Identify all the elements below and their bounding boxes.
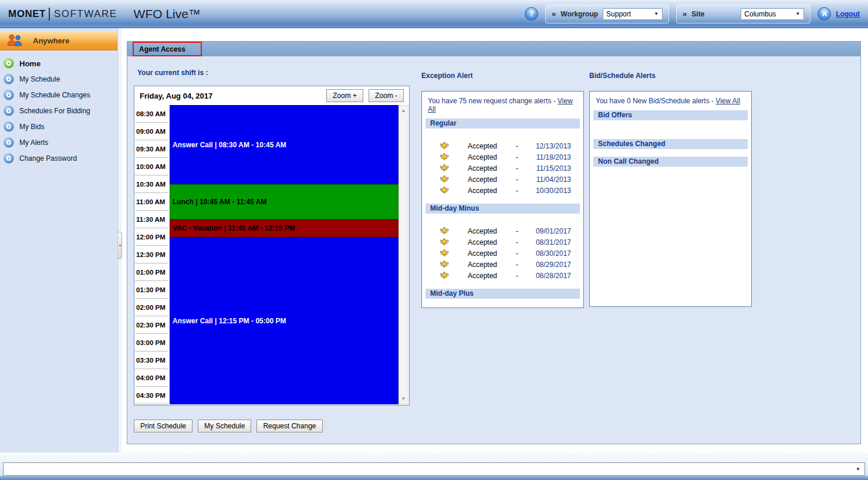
events-column: Answer Call | 08:30 AM - 10:45 AMLunch |… bbox=[170, 105, 398, 404]
time-label: 08:30 AM bbox=[135, 105, 168, 123]
sidebar-item-home[interactable]: Home bbox=[0, 56, 117, 72]
sidebar-item-label: My Schedule bbox=[19, 75, 60, 83]
sidebar-header: Anywhere bbox=[0, 31, 117, 50]
footer-dropdown[interactable]: ▼ bbox=[3, 462, 865, 476]
schedule-date: Friday, Aug 04, 2017 bbox=[140, 92, 212, 100]
alert-row: Accepted-08/29/2017 bbox=[422, 259, 583, 270]
content-row: Friday, Aug 04, 2017 Zoom + Zoom - 08:30… bbox=[134, 86, 860, 432]
alert-date: 11/18/2013 bbox=[533, 153, 583, 161]
alert-row: Accepted-12/13/2013 bbox=[422, 140, 583, 151]
alert-status: Accepted bbox=[468, 164, 516, 173]
time-label: 11:30 AM bbox=[135, 211, 168, 228]
alert-status: Accepted bbox=[468, 272, 516, 280]
alert-status: Accepted bbox=[468, 175, 516, 184]
page-title: Agent Access bbox=[139, 45, 185, 53]
alert-status: Accepted bbox=[468, 153, 516, 161]
gear-icon bbox=[4, 137, 14, 148]
alert-date: 11/04/2013 bbox=[533, 175, 583, 184]
sidebar-item-my-schedule-changes[interactable]: My Schedule Changes bbox=[0, 87, 117, 103]
help-icon[interactable]: ? bbox=[525, 7, 538, 21]
time-label: 02:30 PM bbox=[135, 316, 168, 334]
time-label: 01:00 PM bbox=[135, 263, 168, 281]
title-red-highlight: Agent Access bbox=[133, 42, 202, 56]
panel-body: Your current shift is : Exception Alert … bbox=[127, 69, 860, 432]
sidebar-collapse-handle[interactable]: ◄ bbox=[118, 232, 122, 259]
bid-section-header: Bid Offers bbox=[593, 110, 748, 120]
time-label: 09:30 AM bbox=[135, 140, 168, 158]
sidebar-header-label: Anywhere bbox=[33, 36, 69, 45]
logout-link[interactable]: Logout bbox=[836, 10, 860, 18]
bell-icon bbox=[438, 153, 450, 161]
sidebar-item-schedules-for-bidding[interactable]: Schedules For Bidding bbox=[0, 103, 117, 119]
footer-bottom-bar bbox=[0, 476, 868, 480]
sidebar-item-label: Schedules For Bidding bbox=[19, 107, 90, 115]
dropdown-arrow-icon: ▼ bbox=[856, 467, 860, 472]
exception-summary-text: You have 75 new request change alerts - bbox=[428, 97, 558, 105]
time-column: 08:30 AM09:00 AM09:30 AM10:00 AM10:30 AM… bbox=[135, 105, 168, 404]
logout-x-icon[interactable]: ✕ bbox=[818, 7, 831, 21]
schedule-event[interactable]: Lunch | 10:45 AM - 11:45 AM bbox=[170, 184, 398, 219]
schedule-scrollbar[interactable]: ▲ ▼ bbox=[398, 105, 408, 404]
app-header: MONET SOFTWARE WFO Live™ ? » Workgroup S… bbox=[0, 0, 868, 28]
sidebar-nav: HomeMy ScheduleMy Schedule ChangesSchedu… bbox=[0, 50, 117, 167]
alert-separator: - bbox=[516, 249, 533, 258]
zoom-in-button[interactable]: Zoom + bbox=[326, 89, 363, 102]
alert-status: Accepted bbox=[468, 238, 516, 246]
time-label: 10:30 AM bbox=[135, 175, 168, 193]
current-shift-label: Your current shift is : bbox=[134, 69, 421, 80]
zoom-out-button[interactable]: Zoom - bbox=[369, 89, 404, 102]
alert-date: 09/01/2017 bbox=[533, 227, 583, 235]
gear-icon bbox=[4, 58, 14, 69]
schedule-event[interactable]: VAC - Vacation | 11:45 AM - 12:15 PM bbox=[170, 219, 398, 237]
schedule-date-header: Friday, Aug 04, 2017 Zoom + Zoom - bbox=[134, 86, 409, 105]
alert-separator: - bbox=[516, 238, 533, 246]
sidebar-item-my-bids[interactable]: My Bids bbox=[0, 119, 117, 135]
sidebar: Anywhere HomeMy ScheduleMy Schedule Chan… bbox=[0, 28, 117, 452]
alert-status: Accepted bbox=[468, 249, 516, 258]
alert-separator: - bbox=[516, 261, 533, 269]
bid-schedule-alerts-title: Bid/Schedule Alerts bbox=[589, 69, 757, 80]
bid-alerts-summary: You have 0 New Bid/Schedule alerts - Vie… bbox=[590, 92, 751, 109]
alert-separator: - bbox=[516, 272, 533, 280]
my-schedule-button[interactable]: My Schedule bbox=[198, 420, 251, 432]
page-body: Anywhere HomeMy ScheduleMy Schedule Chan… bbox=[0, 28, 868, 452]
agent-access-panel: Agent Access Your current shift is : Exc… bbox=[127, 41, 861, 444]
time-label: 02:00 PM bbox=[135, 299, 168, 316]
bell-icon bbox=[438, 175, 450, 184]
alert-separator: - bbox=[516, 142, 533, 150]
bell-icon bbox=[438, 249, 450, 258]
bell-icon bbox=[438, 271, 450, 280]
alert-date: 08/30/2017 bbox=[533, 249, 583, 258]
alert-row: Accepted-08/31/2017 bbox=[422, 236, 583, 248]
schedule-event[interactable]: Answer Call | 08:30 AM - 10:45 AM bbox=[170, 105, 398, 184]
site-select[interactable]: Columbus ▼ bbox=[741, 8, 804, 20]
sidebar-item-label: My Schedule Changes bbox=[19, 91, 90, 99]
schedule-event[interactable]: Answer Call | 12:15 PM - 05:00 PM bbox=[170, 237, 398, 404]
workgroup-group: » Workgroup Support ▼ bbox=[545, 5, 669, 23]
scroll-up-icon[interactable]: ▲ bbox=[401, 106, 406, 116]
sidebar-item-change-password[interactable]: Change Password bbox=[0, 151, 117, 167]
alert-rows: Accepted-12/13/2013Accepted-11/18/2013Ac… bbox=[422, 129, 583, 202]
bid-view-all-link[interactable]: View All bbox=[715, 97, 740, 105]
schedule-actions: Print ScheduleMy ScheduleRequest Change bbox=[134, 420, 410, 432]
chevron-right-icon: » bbox=[552, 9, 556, 18]
alert-rows: Accepted-09/01/2017Accepted-08/31/2017Ac… bbox=[422, 214, 583, 287]
scroll-down-icon[interactable]: ▼ bbox=[401, 394, 406, 404]
sidebar-item-label: My Alerts bbox=[19, 138, 48, 147]
alert-separator: - bbox=[516, 227, 533, 235]
panel-titlebar: Agent Access bbox=[127, 42, 860, 56]
alert-status: Accepted bbox=[468, 142, 516, 150]
schedule-column: Friday, Aug 04, 2017 Zoom + Zoom - 08:30… bbox=[134, 86, 410, 432]
sidebar-item-my-alerts[interactable]: My Alerts bbox=[0, 135, 117, 151]
workgroup-select[interactable]: Support ▼ bbox=[603, 8, 663, 20]
print-schedule-button[interactable]: Print Schedule bbox=[134, 420, 192, 432]
sidebar-item-my-schedule[interactable]: My Schedule bbox=[0, 72, 117, 87]
time-label: 04:00 PM bbox=[135, 369, 168, 387]
alert-section-header: Mid-day Minus bbox=[425, 204, 580, 214]
request-change-button[interactable]: Request Change bbox=[256, 420, 322, 432]
gear-icon bbox=[4, 121, 14, 132]
bell-icon bbox=[438, 260, 450, 269]
exception-sections: RegularAccepted-12/13/2013Accepted-11/18… bbox=[422, 119, 583, 299]
site-label: Site bbox=[691, 10, 704, 18]
sidebar-divider: ◄ bbox=[117, 28, 121, 452]
